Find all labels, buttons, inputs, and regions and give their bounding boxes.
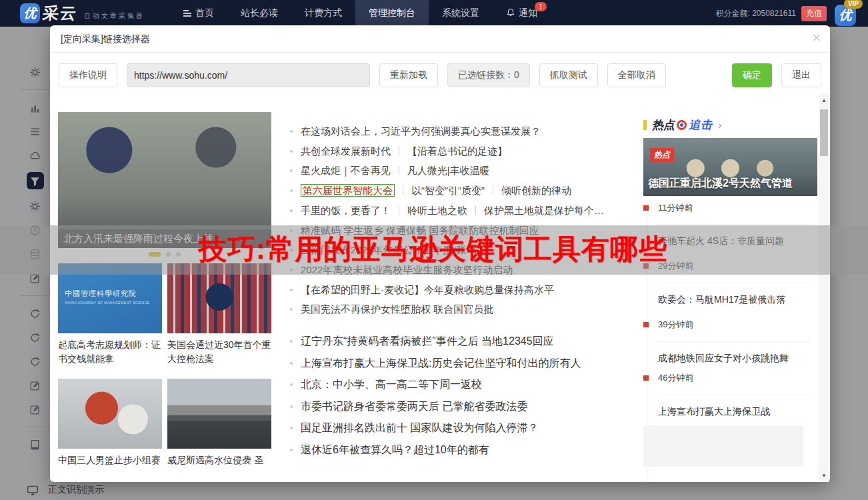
sign-subtext: CHINA ACADEMY OF MANAGEMENT SCIENCE: [65, 301, 150, 305]
news-link-text[interactable]: 以“智变”引“质变”: [411, 185, 485, 196]
thumb-card[interactable]: 中国三人男篮止步小组赛: [58, 379, 162, 467]
close-icon[interactable]: ×: [812, 31, 821, 45]
thumb-caption[interactable]: 威尼斯遇高水位侵袭 圣: [167, 453, 271, 467]
sign-text: 中國管理科學研究院: [65, 289, 137, 299]
nav-item-settings[interactable]: 系统设置: [429, 0, 493, 27]
scrollbar-thumb[interactable]: [820, 109, 828, 156]
exit-button[interactable]: 退出: [781, 63, 821, 87]
vip-badge: VIP: [844, 0, 863, 9]
news-link[interactable]: 星火成炬｜不舍再见凡人微光|丰收温暖: [290, 165, 490, 177]
news-link-text[interactable]: 在这场对话会上，习近平为何强调要真心实意谋发展？: [301, 125, 541, 137]
filler: [643, 425, 803, 467]
bullet-dot: [290, 340, 293, 343]
nav-item-console[interactable]: 管理控制台: [355, 0, 429, 27]
bullet-dot: [290, 308, 293, 311]
news-link-text[interactable]: 【沿着总书记的足迹】: [407, 145, 507, 157]
bullet-dot: [290, 289, 293, 291]
news-link[interactable]: 上海宣布打赢大上海保卫战:历史会记住坚守和付出的所有人: [290, 357, 581, 371]
thumb-card[interactable]: 美国会通过近30年首个重大控枪法案: [167, 263, 271, 366]
nav-item-label: 计费方式: [305, 7, 342, 19]
timeline-news-link[interactable]: 欧委会：马航MH17是被俄击落: [658, 283, 811, 306]
news-link[interactable]: 国足亚洲排名跌出前十 国家队建设为何陷入停滞？: [290, 421, 538, 435]
selected-count-field: 已选链接数：0: [447, 63, 530, 87]
news-link-text[interactable]: 倾听创新的律动: [501, 185, 571, 196]
news-link-text[interactable]: 凡人微光|丰收温暖: [407, 165, 490, 176]
time-label: 46分钟前: [658, 372, 693, 384]
nav-item-notifications[interactable]: 通知1: [493, 0, 551, 27]
bullet-dot: [290, 383, 293, 386]
news-link[interactable]: 退休近6年被查算久吗？超过10年的都有: [290, 443, 489, 457]
news-link[interactable]: 【在希望的田野上·麦收记】今年夏粮收购总量保持高水平: [290, 284, 554, 297]
news-link-text[interactable]: 保护黑土地就是保护每个…: [484, 205, 604, 216]
thumb-image[interactable]: [58, 379, 162, 449]
news-link-text[interactable]: 辽宁丹东“持黄码者看病被拦”事件之后 当地12345回应: [301, 335, 554, 347]
bullet-dot: [290, 449, 293, 451]
confirm-button[interactable]: 确定: [732, 63, 772, 87]
dialog-title: [定向采集]链接选择器: [61, 33, 150, 45]
timeline-marker: [643, 375, 649, 381]
spacer: [675, 63, 723, 87]
segment-divider: [399, 166, 399, 175]
news-link-text[interactable]: 手里的饭，更香了！: [301, 205, 391, 216]
reload-button[interactable]: 重新加载: [379, 63, 438, 87]
nav-item-label: 通知: [519, 7, 537, 19]
points-balance: 积分金额: 2050821611: [715, 8, 796, 19]
news-link-text[interactable]: 星火成炬｜不舍再见: [301, 165, 391, 176]
accent-bar: [643, 120, 647, 130]
account-avatar[interactable]: VIP 优: [832, 0, 861, 27]
thumb-caption[interactable]: 美国会通过近30年首个重大控枪法案: [167, 338, 271, 366]
brand-logo[interactable]: 优 采云 自动文章采集器: [20, 3, 145, 24]
thumb-caption[interactable]: 中国三人男篮止步小组赛: [58, 453, 162, 467]
news-link[interactable]: 美国宪法不再保护女性堕胎权 联合国官员批: [290, 303, 493, 316]
bullet-dot: [290, 405, 293, 408]
scroll-down-icon[interactable]: ▼: [819, 470, 829, 481]
news-link[interactable]: 共创全球发展新时代【沿着总书记的足迹】: [290, 145, 507, 158]
timeline-marker: [643, 322, 649, 327]
hot-news-card[interactable]: 热点 德国正重启北溪2号天然气管道: [643, 138, 817, 196]
news-link[interactable]: 市委书记跻身省委常委两天后 已掌舵省委政法委: [290, 400, 527, 414]
news-link-text[interactable]: 国足亚洲排名跌出前十 国家队建设为何陷入停滞？: [301, 422, 538, 433]
news-link-text[interactable]: 市委书记跻身省委常委两天后 已掌舵省委政法委: [301, 401, 527, 412]
scroll-up-icon[interactable]: ▲: [819, 95, 829, 105]
nav-menu: 首页站长必读计费方式管理控制台系统设置通知1: [170, 0, 551, 27]
bullet-dot: [290, 169, 293, 172]
news-link[interactable]: 手里的饭，更香了！聆听土地之歌保护黑土地就是保护每个…: [290, 205, 604, 217]
news-link-text[interactable]: 上海宣布打赢大上海保卫战:历史会记住坚守和付出的所有人: [301, 357, 581, 369]
brand-name: 采云: [41, 3, 78, 24]
thumb-caption[interactable]: 起底高考志愿规划师：证书交钱就能拿: [58, 338, 162, 366]
thumb-card[interactable]: 中國管理科學研究院CHINA ACADEMY OF MANAGEMENT SCI…: [58, 263, 162, 366]
hot-label: 热点: [652, 117, 675, 133]
chevron-right-icon: ›: [718, 119, 721, 131]
bullet-dot: [290, 362, 293, 365]
nav-item-label: 站长必读: [241, 7, 278, 19]
selected-link[interactable]: 第六届世界智能大会: [301, 184, 395, 197]
logo-icon: 优: [20, 3, 40, 23]
news-link-text[interactable]: 退休近6年被查算久吗？超过10年的都有: [301, 444, 489, 455]
news-link[interactable]: 在这场对话会上，习近平为何强调要真心实意谋发展？: [290, 125, 541, 138]
grab-test-button[interactable]: 抓取测试: [539, 63, 598, 87]
thumb-card[interactable]: 威尼斯遇高水位侵袭 圣: [167, 379, 271, 467]
nav-item-label: 管理控制台: [369, 7, 415, 19]
page-scrollbar[interactable]: ▲ ▼: [819, 93, 829, 482]
news-link[interactable]: 第六届世界智能大会以“智变”引“质变”倾听创新的律动: [290, 185, 571, 197]
news-link[interactable]: 辽宁丹东“持黄码者看病被拦”事件之后 当地12345回应: [290, 335, 554, 349]
cancel-all-button[interactable]: 全部取消: [607, 63, 666, 87]
hot-pursuit-header[interactable]: 热点 追击 ›: [643, 117, 721, 133]
url-input[interactable]: [127, 63, 370, 87]
nav-item-home[interactable]: 首页: [170, 0, 227, 27]
news-link-text[interactable]: 共创全球发展新时代: [301, 145, 391, 157]
news-link-text[interactable]: 美国宪法不再保护女性堕胎权 联合国官员批: [301, 303, 493, 315]
target-icon: [677, 120, 687, 130]
segment-divider: [403, 186, 403, 195]
news-link-text[interactable]: 北京：中小学、高一高二等下周一返校: [301, 379, 482, 390]
timeline-news-link[interactable]: 上海宣布打赢大上海保卫战: [658, 395, 811, 418]
nav-item-billing[interactable]: 计费方式: [291, 0, 355, 27]
recharge-button[interactable]: 充值: [801, 6, 827, 21]
help-button[interactable]: 操作说明: [59, 63, 117, 87]
news-link-text[interactable]: 聆听土地之歌: [407, 205, 467, 216]
timeline-news-link[interactable]: 成都地铁回应女子对小孩跳艳舞: [658, 341, 811, 365]
thumb-image[interactable]: [167, 379, 271, 449]
news-link[interactable]: 北京：中小学、高一高二等下周一返校: [290, 378, 482, 392]
news-link-text[interactable]: 【在希望的田野上·麦收记】今年夏粮收购总量保持高水平: [301, 284, 554, 295]
nav-item-webmaster-guide[interactable]: 站长必读: [227, 0, 291, 27]
